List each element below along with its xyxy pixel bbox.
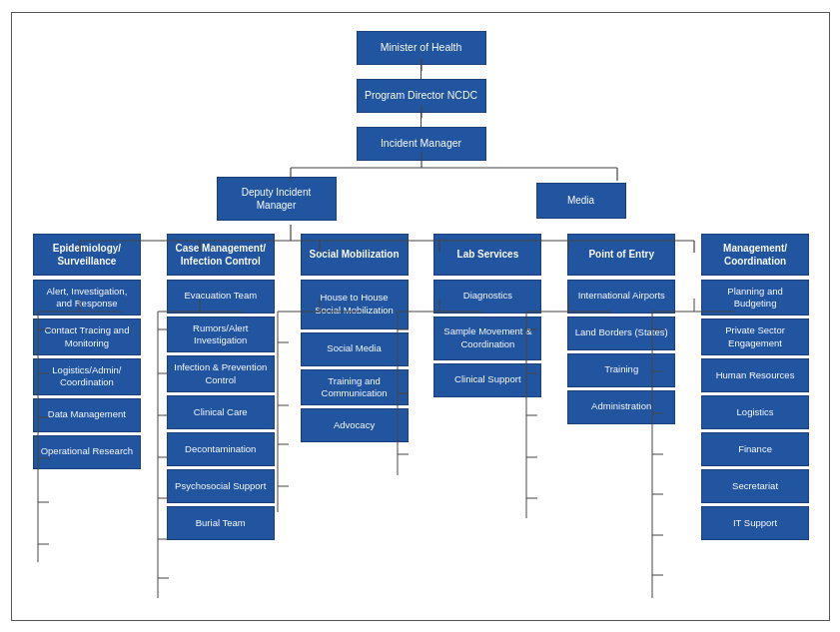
media-box: Media bbox=[536, 183, 626, 219]
departments-row: Epidemiology/ Surveillance Alert, Invest… bbox=[18, 234, 825, 543]
incident-manager-label: Incident Manager bbox=[381, 137, 461, 151]
chart-container: Minister of Health Program Director NCDC… bbox=[11, 12, 830, 621]
dept-poe: Point of Entry International Airports La… bbox=[556, 234, 687, 427]
social-child-2: Social Media bbox=[301, 332, 409, 366]
epi-child-1: Alert, Investigation, and Response bbox=[33, 280, 141, 316]
lab-child-2: Sample Movement & Coordination bbox=[433, 316, 541, 360]
epi-child-3: Logistics/Admin/ Coordination bbox=[33, 358, 141, 395]
dept-lab-label: Lab Services bbox=[457, 248, 519, 261]
incident-manager-box: Incident Manager bbox=[357, 127, 486, 161]
dept-case: Case Management/ Infection Control Evacu… bbox=[155, 234, 286, 543]
dept-epi-header: Epidemiology/ Surveillance bbox=[33, 234, 141, 276]
deputy-label: Deputy Incident Manager bbox=[224, 186, 330, 212]
mgmt-child-7: IT Support bbox=[701, 506, 809, 540]
dept-epi-label: Epidemiology/ Surveillance bbox=[40, 242, 134, 268]
lab-child-1: Diagnostics bbox=[433, 280, 541, 314]
mgmt-child-4: Logistics bbox=[701, 395, 809, 429]
mgmt-child-3: Human Resources bbox=[701, 358, 809, 392]
mgmt-child-6: Secretariat bbox=[701, 469, 809, 503]
poe-child-1: International Airports bbox=[567, 280, 675, 314]
epi-child-5: Operational Research bbox=[33, 435, 141, 469]
dept-mgmt-label: Management/ Coordination bbox=[708, 242, 802, 268]
social-child-3: Training and Communication bbox=[301, 369, 409, 406]
deputy-media-row: Deputy Incident Manager Media bbox=[18, 177, 825, 221]
case-child-5: Decontamination bbox=[167, 432, 275, 466]
mgmt-child-5: Finance bbox=[701, 432, 809, 466]
case-child-3: Infection & Prevention Control bbox=[167, 355, 275, 392]
dept-social-header: Social Mobilization bbox=[301, 234, 409, 276]
case-child-4: Clinical Care bbox=[167, 395, 275, 429]
dept-case-header: Case Management/ Infection Control bbox=[167, 234, 275, 276]
top-chain: Minister of Health Program Director NCDC… bbox=[18, 23, 825, 161]
dept-social: Social Mobilization House to House Socia… bbox=[289, 234, 420, 446]
dept-social-label: Social Mobilization bbox=[310, 248, 400, 261]
mgmt-child-2: Private Sector Engagement bbox=[701, 318, 809, 355]
poe-child-3: Training bbox=[567, 353, 675, 387]
dept-epi: Epidemiology/ Surveillance Alert, Invest… bbox=[22, 234, 153, 472]
poe-child-4: Administration bbox=[567, 390, 675, 424]
epi-child-4: Data Management bbox=[33, 398, 141, 432]
case-child-7: Burial Team bbox=[167, 506, 275, 540]
dept-lab: Lab Services Diagnostics Sample Movement… bbox=[422, 234, 553, 400]
epi-child-2: Contact Tracing and Monitoring bbox=[33, 318, 141, 355]
poe-child-2: Land Borders (States) bbox=[567, 316, 675, 350]
program-director-box: Program Director NCDC bbox=[357, 79, 486, 113]
media-label: Media bbox=[567, 194, 594, 207]
case-child-6: Psychosocial Support bbox=[167, 469, 275, 503]
case-child-1: Evacuation Team bbox=[167, 280, 275, 314]
dept-mgmt-header: Management/ Coordination bbox=[701, 234, 809, 276]
line1 bbox=[420, 65, 421, 79]
dept-poe-header: Point of Entry bbox=[567, 234, 675, 276]
program-director-label: Program Director NCDC bbox=[365, 89, 477, 103]
minister-label: Minister of Health bbox=[381, 41, 462, 55]
dept-case-label: Case Management/ Infection Control bbox=[174, 242, 268, 268]
line2 bbox=[420, 113, 421, 127]
deputy-box: Deputy Incident Manager bbox=[217, 177, 337, 221]
dept-mgmt: Management/ Coordination Planning and Bu… bbox=[690, 234, 821, 543]
social-child-1: House to House Social Mobilization bbox=[301, 280, 409, 329]
social-child-4: Advocacy bbox=[301, 408, 409, 442]
dept-lab-header: Lab Services bbox=[433, 234, 541, 276]
chart-outer: Minister of Health Program Director NCDC… bbox=[18, 23, 825, 543]
lab-child-3: Clinical Support bbox=[433, 363, 541, 397]
case-child-2: Rumors/Alert Investigation bbox=[167, 316, 275, 353]
dept-poe-label: Point of Entry bbox=[588, 248, 654, 261]
mgmt-child-1: Planning and Budgeting bbox=[701, 280, 809, 316]
minister-box: Minister of Health bbox=[357, 31, 486, 65]
